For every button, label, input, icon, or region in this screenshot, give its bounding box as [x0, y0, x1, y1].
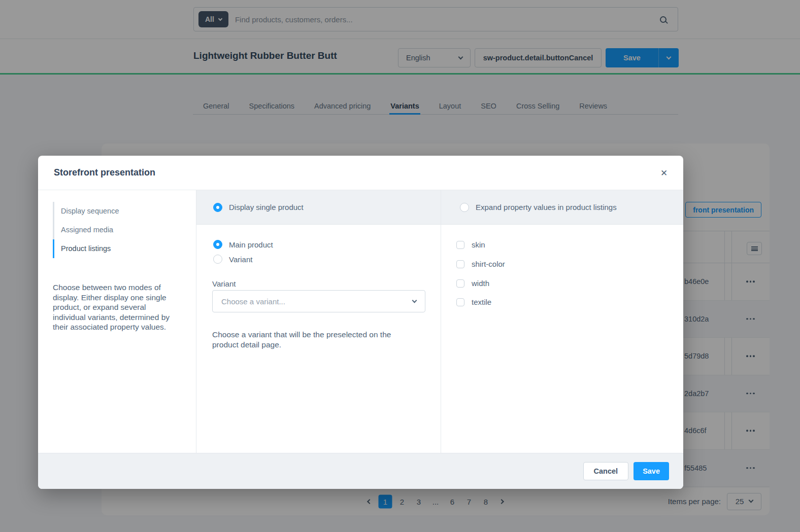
sidebar-item-assigned-media[interactable]: Assigned media — [53, 221, 119, 239]
sidebar-item-display-sequence[interactable]: Display sequence — [53, 202, 119, 221]
expand-properties-panel: Expand property values in product listin… — [441, 190, 683, 453]
single-product-panel: Display single product Main product Vari… — [196, 190, 441, 453]
property-width-label: width — [472, 279, 489, 288]
variant-option[interactable]: Variant — [213, 255, 252, 264]
close-icon[interactable]: ✕ — [658, 167, 670, 179]
modal-header: Storefront presentation ✕ — [38, 156, 683, 190]
property-shirt-color-label: shirt-color — [472, 260, 505, 268]
checkbox-icon[interactable] — [456, 298, 464, 306]
expand-property-values-option[interactable]: Expand property values in product listin… — [460, 203, 617, 212]
sidebar-item-product-listings[interactable]: Product listings — [53, 239, 119, 258]
single-product-mode-header: Display single product — [196, 190, 441, 225]
main-product-option[interactable]: Main product — [213, 240, 273, 249]
display-single-product-label: Display single product — [229, 203, 304, 211]
modal-cancel-button[interactable]: Cancel — [583, 462, 629, 480]
chevron-down-icon — [412, 298, 417, 303]
radio-unselected-icon[interactable] — [213, 255, 222, 264]
variant-select[interactable]: Choose a variant... — [212, 290, 425, 312]
property-shirt-color[interactable]: shirt-color — [456, 260, 505, 268]
sidebar-description: Choose between two modes of display. Eit… — [53, 282, 181, 332]
expand-property-values-label: Expand property values in product listin… — [476, 203, 617, 211]
variant-select-placeholder: Choose a variant... — [221, 297, 285, 306]
modal-save-button[interactable]: Save — [634, 462, 669, 480]
modal-sidebar: Display sequence Assigned media Product … — [38, 190, 196, 453]
radio-selected-icon[interactable] — [213, 203, 222, 212]
variant-helper-text: Choose a variant that will be the presel… — [212, 330, 416, 349]
modal-title: Storefront presentation — [54, 167, 155, 178]
radio-unselected-icon[interactable] — [460, 203, 469, 212]
property-width[interactable]: width — [456, 279, 489, 288]
radio-selected-icon[interactable] — [213, 240, 222, 249]
checkbox-icon[interactable] — [456, 241, 464, 249]
property-textile-label: textile — [472, 298, 491, 306]
modal-sidebar-nav: Display sequence Assigned media Product … — [53, 202, 119, 258]
display-single-product-option[interactable]: Display single product — [213, 203, 304, 212]
variant-option-label: Variant — [229, 255, 252, 264]
variant-field-label: Variant — [212, 279, 236, 288]
storefront-presentation-modal: Storefront presentation ✕ Display sequen… — [38, 156, 683, 489]
property-skin[interactable]: skin — [456, 240, 485, 249]
expand-mode-header: Expand property values in product listin… — [441, 190, 683, 225]
property-textile[interactable]: textile — [456, 298, 491, 306]
checkbox-icon[interactable] — [456, 279, 464, 288]
checkbox-icon[interactable] — [456, 260, 464, 268]
property-skin-label: skin — [472, 240, 485, 249]
modal-footer: Cancel Save — [38, 453, 683, 489]
main-product-label: Main product — [229, 240, 273, 249]
